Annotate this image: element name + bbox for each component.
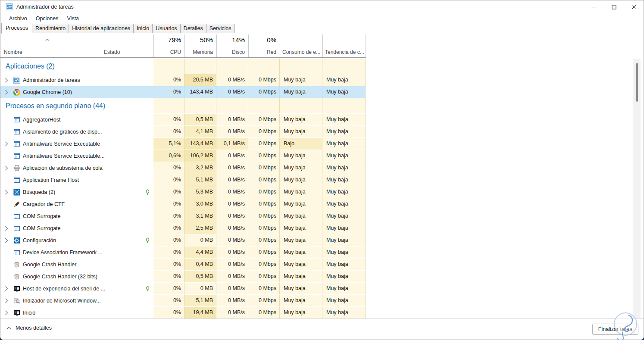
maximize-button-icon[interactable] — [604, 0, 624, 13]
consumo-cell: Muy baja — [280, 74, 322, 86]
consumo-cell: Muy baja — [280, 271, 322, 283]
tab-rendimiento[interactable]: Rendimiento — [32, 24, 69, 33]
red-cell — [248, 59, 280, 74]
process-row[interactable]: Administrador de tareas0%20,5 MB0 MB/s0 … — [0, 74, 633, 86]
taskmgr-icon — [13, 77, 20, 84]
monitor-icon — [13, 285, 20, 292]
column-header-memoria[interactable]: Memoria — [184, 49, 213, 55]
disco-cell: 0 MB/s — [216, 114, 248, 126]
process-row[interactable]: Configuración0%0 MB0 MB/s0 MbpsMuy bajaM… — [0, 234, 633, 246]
expand-chevron-icon[interactable] — [5, 165, 8, 171]
consumo-cell: Muy baja — [280, 162, 322, 174]
sort-ascending-icon — [45, 35, 50, 43]
red-cell: 0 Mbps — [248, 307, 280, 319]
cpu-cell: 0% — [153, 174, 184, 186]
process-name: Google Chrome (10) — [23, 86, 72, 98]
process-row[interactable]: Application Frame Host0%5,1 MB0 MB/s0 Mb… — [0, 174, 633, 186]
disco-cell: 0 MB/s — [216, 86, 248, 98]
tab-detalles[interactable]: Detalles — [180, 24, 206, 33]
disco-cell: 0 MB/s — [216, 174, 248, 186]
column-header-nombre[interactable]: Nombre — [4, 49, 22, 55]
column-header-disco[interactable]: Disco — [216, 49, 245, 55]
process-row[interactable]: Google Chrome (10)0%143,4 MB0 MB/s0 Mbps… — [0, 86, 633, 98]
process-row[interactable]: Antimalware Service Executable5,1%143,4 … — [0, 138, 633, 150]
process-row[interactable]: COM Surrogate0%3,1 MB0 MB/s0 MbpsMuy baj… — [0, 210, 633, 222]
process-row[interactable]: Device Association Framework ...0%4,4 MB… — [0, 246, 633, 259]
process-name: Aislamiento de gráficos de disp... — [23, 126, 102, 138]
tendencia-cell: Muy baja — [322, 138, 366, 150]
column-header-cpu[interactable]: CPU — [153, 49, 181, 55]
tab-servicios[interactable]: Servicios — [206, 24, 235, 33]
tab-inicio[interactable]: Inicio — [133, 24, 153, 33]
consumo-cell: Muy baja — [280, 234, 322, 246]
column-header-consumo[interactable]: Consumo de e... — [282, 49, 320, 55]
disco-cell: 0 MB/s — [216, 198, 248, 210]
expand-chevron-icon[interactable] — [5, 190, 8, 195]
process-name: COM Surrogate — [23, 222, 61, 234]
process-name: Cargador de CTF — [23, 198, 65, 210]
tendencia-cell: Muy baja — [322, 210, 366, 222]
end-task-button[interactable]: Finalizar tarea — [592, 324, 638, 335]
expand-chevron-icon[interactable] — [5, 141, 8, 147]
expand-chevron-icon[interactable] — [5, 238, 8, 243]
process-row[interactable]: Inicio0%19,4 MB0 MB/s0 MbpsMuy bajaMuy b… — [0, 307, 633, 319]
memoria-cell: 3,2 MB — [184, 162, 216, 174]
process-row[interactable]: Aislamiento de gráficos de disp...0%4,1 … — [0, 126, 633, 138]
name-cell: Cargador de CTF — [0, 198, 153, 210]
group-header-row[interactable]: Aplicaciones (2) — [0, 59, 633, 74]
name-cell: Host de experiencia del shell de ... — [0, 283, 153, 295]
disco-cell: 0 MB/s — [216, 162, 248, 174]
menu-opciones[interactable]: Opciones — [31, 14, 63, 23]
tendencia-cell: Muy baja — [322, 186, 366, 198]
expand-chevron-icon[interactable] — [5, 90, 8, 95]
process-row[interactable]: Búsqueda (2)0%5,3 MB0 MB/s0 MbpsMuy baja… — [0, 186, 633, 198]
group-header-label: Procesos en segundo plano (44) — [6, 98, 105, 114]
expand-chevron-icon[interactable] — [5, 226, 8, 231]
disco-total-percent: 14% — [216, 36, 245, 44]
consumo-cell — [280, 98, 322, 114]
window-title: Administrador de tareas — [16, 4, 74, 10]
process-name: Inicio — [23, 307, 35, 319]
consumo-cell: Muy baja — [280, 126, 322, 138]
column-header-estado[interactable]: Estado — [104, 49, 120, 55]
process-row[interactable]: Indizador de Microsoft Window...0%5,1 MB… — [0, 295, 633, 307]
process-row[interactable]: Aplicación de subsistema de cola0%3,2 MB… — [0, 162, 633, 174]
red-cell: 0 Mbps — [248, 86, 280, 98]
process-row[interactable]: Google Crash Handler (32 bits)0%0,5 MB0 … — [0, 271, 633, 283]
menu-vista[interactable]: Vista — [63, 14, 84, 23]
group-header-row[interactable]: Procesos en segundo plano (44) — [0, 98, 633, 114]
column-header-red[interactable]: Red — [248, 49, 276, 55]
cpu-cell: 0% — [153, 295, 184, 307]
memoria-cell: 0 MB — [184, 234, 216, 246]
expand-chevron-icon[interactable] — [5, 298, 8, 303]
cpu-cell: 0% — [153, 210, 184, 222]
process-row[interactable]: Google Crash Handler0%0,4 MB0 MB/s0 Mbps… — [0, 259, 633, 271]
vertical-scrollbar[interactable] — [633, 59, 641, 319]
expand-chevron-icon[interactable] — [5, 310, 8, 315]
process-row[interactable]: Cargador de CTF0%3,0 MB0 MB/s0 MbpsMuy b… — [0, 198, 633, 210]
process-row[interactable]: Host de experiencia del shell de ...0%0 … — [0, 283, 633, 295]
disco-cell: 0 MB/s — [216, 222, 248, 234]
close-button-icon[interactable] — [624, 0, 644, 13]
tendencia-cell: Muy baja — [322, 126, 366, 138]
tab-procesos[interactable]: Procesos — [1, 23, 32, 34]
menu-archivo[interactable]: Archivo — [5, 14, 31, 23]
tab-historial-de-aplicaciones[interactable]: Historial de aplicaciones — [69, 24, 134, 33]
process-row[interactable]: Antimalware Service Executable...0,6%106… — [0, 150, 633, 162]
column-header-tendencia[interactable]: Tendencia de c... — [325, 49, 364, 55]
memoria-cell: 5,1 MB — [184, 174, 216, 186]
scrollbar-thumb[interactable] — [636, 63, 638, 102]
tendencia-cell: Muy baja — [322, 234, 366, 246]
cpu-cell: 0% — [153, 246, 184, 259]
process-row[interactable]: AggregatorHost0%0,5 MB0 MB/s0 MbpsMuy ba… — [0, 114, 633, 126]
red-cell: 0 Mbps — [248, 150, 280, 162]
memoria-cell — [184, 98, 216, 114]
printer-icon — [13, 165, 20, 172]
cpu-cell: 0% — [153, 186, 184, 198]
expand-chevron-icon[interactable] — [5, 286, 8, 291]
process-row[interactable]: COM Surrogate0%2,5 MB0 MB/s0 MbpsMuy baj… — [0, 222, 633, 234]
less-details-toggle[interactable]: Menos detalles — [6, 325, 52, 331]
minimize-button-icon[interactable] — [584, 0, 604, 13]
expand-chevron-icon[interactable] — [5, 78, 8, 83]
tab-usuarios[interactable]: Usuarios — [152, 24, 180, 33]
